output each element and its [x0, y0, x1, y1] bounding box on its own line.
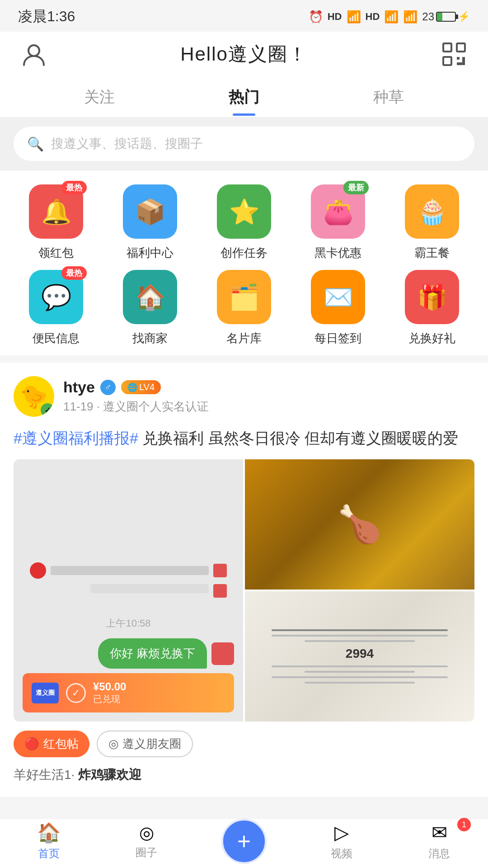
badge-hot-1: 最热: [61, 181, 87, 194]
voucher-check-icon: ✓: [66, 683, 86, 703]
icon-circle-bawang: 🧁: [405, 184, 459, 239]
signal-icon: 📶: [347, 10, 361, 24]
icon-label-black-card: 黑卡优惠: [314, 245, 361, 261]
post-image-right: 🍗 2994: [245, 459, 474, 722]
video-icon: ▷: [334, 821, 349, 844]
wifi-icon: 📶: [403, 10, 418, 24]
nav-home-label: 首页: [38, 846, 60, 861]
tab-follow[interactable]: 关注: [75, 82, 124, 112]
chat-message: 你好 麻烦兑换下: [23, 638, 234, 669]
post-content: #遵义圈福利播报# 兑换福利 虽然冬日很冷 但却有遵义圈暖暖的爱: [14, 426, 474, 450]
icon-label-welfare: 福利中心: [127, 245, 174, 261]
battery-indicator: 23 ⚡: [422, 10, 470, 23]
voucher-amount: ¥50.00: [93, 680, 126, 693]
voucher-box: 遵义圈 ✓ ¥50.00 已兑现: [23, 673, 234, 712]
add-button[interactable]: +: [221, 819, 267, 864]
signal2-icon: 📶: [384, 10, 399, 24]
icon-circle-black-card: 👛 最新: [311, 184, 365, 239]
nav-circle[interactable]: ◎ 圈子: [119, 823, 174, 860]
tab-seedgrass[interactable]: 种草: [364, 82, 413, 112]
search-bar[interactable]: 🔍 搜遵义事、搜话题、搜圈子: [14, 127, 474, 161]
tab-bar: 关注 热门 种草: [0, 77, 488, 118]
icon-circle-merchant: 🏠: [123, 270, 177, 324]
icon-item-checkin[interactable]: ✉️ 每日签到: [291, 270, 385, 346]
nav-home[interactable]: 🏠 首页: [22, 821, 76, 861]
avatar[interactable]: 🐤 ✓: [14, 376, 54, 417]
user-icon-button[interactable]: [18, 38, 50, 70]
post-header: 🐤 ✓ htye ♂ 🌐 LV4 11-19 · 遵义圈个人实名认证: [14, 376, 474, 417]
post-image-receipt[interactable]: 2994: [245, 591, 474, 722]
icon-item-creation[interactable]: ⭐ 创作任务: [197, 184, 291, 261]
charging-icon: ⚡: [458, 11, 470, 23]
icon-label-checkin: 每日签到: [314, 330, 361, 346]
page-title: Hello遵义圈！: [180, 42, 308, 67]
icon-grid: 🔔 最热 领红包 📦 福利中心 ⭐ 创作任务 👛 最新 黑卡优惠: [9, 184, 479, 346]
nav-message[interactable]: ✉ 1 消息: [412, 821, 466, 861]
battery-number: 23: [422, 10, 434, 23]
svg-point-0: [28, 45, 39, 56]
nav-add[interactable]: +: [217, 819, 271, 864]
status-time: 凌晨1:36: [18, 7, 75, 27]
icon-item-civic[interactable]: 💬 最热 便民信息: [9, 270, 103, 346]
tag-red-packet-post[interactable]: 🔴 红包帖: [14, 731, 89, 757]
icon-label-merchant: 找商家: [132, 330, 168, 346]
svg-rect-2: [457, 43, 465, 52]
icon-label-civic: 便民信息: [33, 330, 80, 346]
username: htye: [63, 378, 95, 396]
icon-circle-red-packet: 🔔 最热: [29, 184, 83, 239]
hd2-icon: HD: [366, 11, 380, 23]
search-placeholder: 搜遵义事、搜话题、搜圈子: [51, 135, 203, 152]
search-section: 🔍 搜遵义事、搜话题、搜圈子: [0, 118, 488, 170]
circle-nav-icon: ◎: [139, 823, 154, 843]
username-row: htye ♂ 🌐 LV4: [63, 378, 474, 396]
icon-label-creation: 创作任务: [221, 245, 267, 261]
message-badge: 1: [457, 818, 471, 831]
post-image-food[interactable]: 🍗: [245, 459, 474, 590]
icon-label-cards: 名片库: [226, 330, 262, 346]
voucher-info: ¥50.00 已兑现: [93, 680, 126, 705]
tag-friend-circle[interactable]: ◎ 遵义朋友圈: [97, 731, 193, 757]
home-icon: 🏠: [37, 821, 61, 844]
icon-item-black-card[interactable]: 👛 最新 黑卡优惠: [291, 184, 385, 261]
alarm-icon: ⏰: [309, 10, 323, 24]
icon-item-red-packet[interactable]: 🔔 最热 领红包: [9, 184, 103, 261]
chat-time: 上午10:58: [23, 617, 234, 630]
fire-icon: 🔴: [24, 737, 39, 751]
search-icon: 🔍: [27, 136, 44, 152]
icon-item-cards[interactable]: 🗂️ 名片库: [197, 270, 291, 346]
icon-circle-checkin: ✉️: [311, 270, 365, 324]
battery-icon: [436, 12, 456, 22]
tab-hot[interactable]: 热门: [220, 82, 268, 112]
receipt-image-sim: 2994: [245, 591, 474, 722]
nav-message-label: 消息: [428, 846, 450, 861]
nav-video[interactable]: ▷ 视频: [314, 821, 369, 861]
plus-icon: +: [237, 828, 251, 855]
icon-item-bawang[interactable]: 🧁 霸王餐: [385, 184, 479, 261]
icon-item-exchange[interactable]: 🎁 兑换好礼: [385, 270, 479, 346]
post-image-chat[interactable]: 上午10:58 你好 麻烦兑换下 遵义圈 ✓ ¥50.00 已兑现: [14, 459, 243, 722]
icon-item-welfare[interactable]: 📦 福利中心: [103, 184, 197, 261]
hd-icon: HD: [328, 11, 342, 23]
post-user-info: htye ♂ 🌐 LV4 11-19 · 遵义圈个人实名认证: [63, 378, 474, 415]
nav-video-label: 视频: [331, 846, 352, 861]
hashtag: #遵义圈福利播报#: [14, 429, 138, 447]
status-bar: 凌晨1:36 ⏰ HD 📶 HD 📶 📶 23 ⚡: [0, 0, 488, 32]
bottom-nav: 🏠 首页 ◎ 圈子 + ▷ 视频 ✉ 1 消息: [0, 818, 488, 868]
icon-circle-exchange: 🎁: [405, 270, 459, 324]
svg-rect-6: [457, 62, 462, 65]
icon-circle-cards: 🗂️: [217, 270, 271, 324]
food-image-sim: 🍗: [245, 459, 474, 590]
status-icons: ⏰ HD 📶 HD 📶 📶 23 ⚡: [309, 10, 470, 24]
voucher-logo: 遵义圈: [32, 683, 59, 703]
icon-item-merchant[interactable]: 🏠 找商家: [103, 270, 197, 346]
scan-button[interactable]: [438, 38, 470, 70]
svg-rect-4: [457, 57, 460, 60]
svg-rect-5: [462, 57, 465, 65]
message-icon: ✉: [432, 821, 447, 844]
gender-badge: ♂: [100, 380, 116, 395]
circle-icon: ◎: [108, 737, 119, 751]
chat-sender-avatar: [211, 642, 234, 665]
icon-label-bawang: 霸王餐: [414, 245, 450, 261]
chat-bubble-text: 你好 麻烦兑换下: [98, 638, 207, 669]
voucher-status: 已兑现: [93, 693, 126, 705]
